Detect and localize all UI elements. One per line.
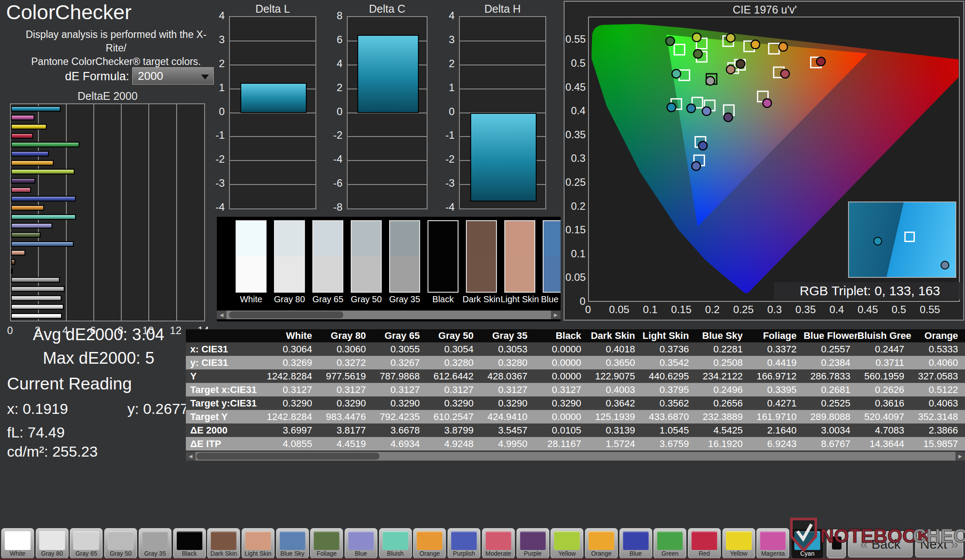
table-scrollbar[interactable]: ◄►	[186, 452, 965, 461]
patch-swatch	[417, 531, 442, 550]
measured-marker-white-point	[706, 76, 715, 85]
patch-button-orange-yellow[interactable]: Orange Yellow	[585, 528, 618, 559]
table-scrollbar-left-arrow-icon[interactable]: ◄	[186, 452, 195, 461]
deltae-bar-black	[11, 268, 13, 274]
patch-button-white[interactable]: White	[1, 528, 34, 559]
delta-y-tick: 6	[323, 34, 342, 46]
swatch-scrollbar-left-arrow-icon[interactable]: ◄	[217, 311, 226, 319]
cie-y-tick: 0.55	[565, 33, 585, 45]
table-value-cell: 0.3795	[642, 383, 696, 396]
cie-x-tick: 0.3	[761, 304, 787, 316]
patch-button-blue-sky[interactable]: Blue Sky	[276, 528, 309, 559]
cie-1976-panel: CIE 1976 u'v'	[564, 1, 964, 321]
patch-button-purple[interactable]: Purple	[517, 528, 549, 559]
table-row: Target y:CIE310.32900.32900.32900.32900.…	[186, 396, 965, 410]
table-row-label: Target Y	[186, 410, 265, 423]
cie-y-tick: 0.15	[565, 224, 585, 236]
patch-button-yellow[interactable]: Yellow	[722, 528, 755, 559]
patch-button-gray-65[interactable]: Gray 65	[70, 528, 103, 559]
table-value-cell: 3.8799	[427, 423, 480, 437]
delta-y-tick: -2	[435, 153, 455, 165]
table-value-cell: 0.3290	[265, 396, 319, 410]
patch-button-blue[interactable]: Blue	[619, 528, 652, 559]
patch-button-gray-50[interactable]: Gray 50	[104, 528, 137, 559]
swatch-label: Gray 35	[385, 294, 424, 304]
swatch-target	[544, 256, 561, 292]
table-value-cell: 6.9243	[750, 437, 804, 451]
patch-button-red[interactable]: Red	[688, 528, 721, 559]
table-scrollbar-right-arrow-icon[interactable]: ►	[955, 452, 965, 461]
inset-measured-cyan	[873, 237, 882, 246]
table-corner-cell	[186, 329, 265, 342]
swatch-label: Gray 65	[308, 294, 347, 304]
table-value-cell: 0.4419	[750, 356, 804, 369]
patch-button-gray-80[interactable]: Gray 80	[36, 528, 68, 559]
table-value-cell: 424.9410	[481, 410, 534, 423]
measured-marker-moderate-red	[781, 69, 790, 78]
cie-x-tick: 0.05	[606, 304, 632, 316]
delta-y-tick: 1	[435, 82, 455, 94]
next-button-label: Next	[920, 537, 947, 551]
table-row-label: Target x:CIE31	[186, 383, 265, 396]
delta-y-tick: 3	[435, 34, 455, 46]
patch-swatch	[623, 531, 649, 550]
deltae-chart-title: DeltaE 2000	[10, 90, 205, 102]
table-scrollbar-thumb[interactable]	[196, 453, 380, 460]
swatch-scrollbar-thumb[interactable]	[229, 311, 343, 318]
deltae-bar-gray-35	[11, 277, 60, 283]
cie-x-tick: 0.55	[917, 304, 943, 316]
patch-button-yellow-green[interactable]: Yellow Green	[551, 528, 583, 559]
patch-button-moderate-red[interactable]: Moderate Red	[482, 528, 515, 559]
cie-y-tick: 0.1	[565, 248, 585, 260]
table-value-cell: 125.1939	[588, 410, 642, 423]
table-value-cell: 0.3616	[857, 396, 911, 410]
patch-label: Light Skin	[242, 550, 274, 557]
table-column-header: Gray 65	[373, 329, 427, 342]
cie-zoom-inset	[848, 201, 956, 278]
patch-button-gray-35[interactable]: Gray 35	[139, 528, 171, 559]
next-chevron-icon: »	[951, 536, 958, 552]
table-row-label: x: CIE31	[186, 342, 265, 356]
actual-target-swatch-panel: Actual Target WhiteGray 80Gray 65Gray 50…	[217, 217, 561, 321]
swatch-scrollbar-right-arrow-icon[interactable]: ►	[551, 311, 561, 319]
delta-y-tick: -3	[435, 177, 455, 189]
patch-button-foliage[interactable]: Foliage	[310, 528, 343, 559]
deltae-gridline	[176, 104, 177, 321]
table-value-cell: 428.0367	[481, 369, 534, 383]
swatch-white	[236, 220, 267, 293]
next-button[interactable]: Next »	[915, 531, 963, 557]
table-value-cell: 14.3644	[857, 437, 911, 451]
patch-swatch	[383, 531, 408, 550]
table-value-cell: 440.6295	[642, 369, 696, 383]
table-value-cell: 0.3127	[481, 383, 534, 396]
inset-measured-neighbor	[941, 261, 949, 270]
patch-button-light-skin[interactable]: Light Skin	[242, 528, 274, 559]
back-button[interactable]: « Back	[848, 531, 913, 557]
patch-button-blue-flower[interactable]: Blue Flower	[345, 528, 377, 559]
delta-gridline	[460, 41, 545, 41]
table-value-cell: 792.4235	[373, 410, 427, 423]
patch-swatch	[314, 531, 339, 550]
patch-button-green[interactable]: Green	[654, 528, 686, 559]
table-value-cell: 0.2557	[804, 342, 857, 356]
de-formula-dropdown[interactable]: 2000	[132, 67, 214, 85]
delta-gridline	[348, 184, 427, 185]
patch-button-magenta[interactable]: Magenta	[756, 528, 789, 559]
delta-h-title: Delta H	[459, 3, 546, 15]
delta-gridline	[230, 41, 315, 41]
patch-button-dark-skin[interactable]: Dark Skin	[207, 528, 240, 559]
swatch-target	[352, 256, 381, 292]
patch-button-cyan[interactable]: Cyan	[791, 528, 824, 559]
table-column-header: Gray 80	[319, 329, 373, 342]
patch-button-bluish-green[interactable]: Bluish Green	[379, 528, 412, 559]
deltae-bar-orange-yellow	[11, 160, 54, 166]
patch-button-purplish-blue[interactable]: Purplish Blue	[448, 528, 480, 559]
display-mode-button[interactable]	[827, 529, 846, 558]
table-row-label: Y	[186, 369, 265, 383]
patch-button-orange[interactable]: Orange	[413, 528, 446, 559]
delta-gridline	[348, 160, 427, 161]
patch-swatch	[589, 531, 614, 550]
patch-button-black[interactable]: Black	[173, 528, 206, 559]
patch-swatch	[486, 531, 511, 550]
swatch-scrollbar[interactable]: ◄►	[217, 311, 561, 319]
